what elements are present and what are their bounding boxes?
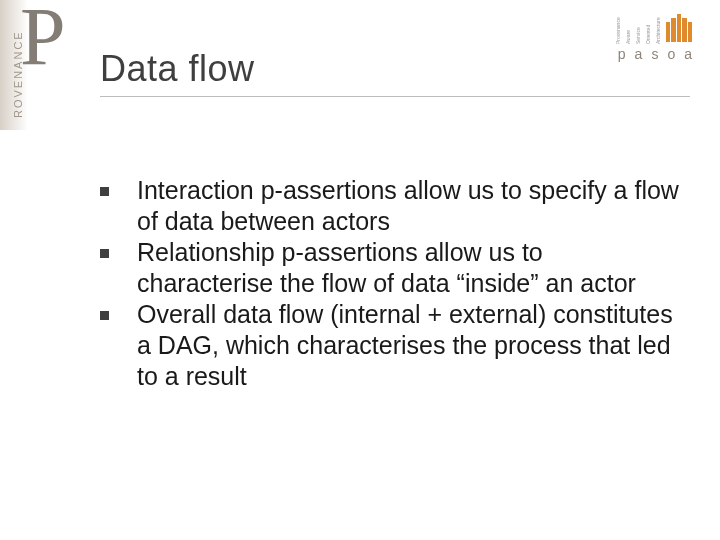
logo-letter-p: P xyxy=(20,0,66,84)
pasoa-bars-icon xyxy=(666,14,692,44)
pasoa-word: Aware xyxy=(626,16,631,44)
bullet-text: Relationship p-assertions allow us to ch… xyxy=(137,237,680,299)
bullet-text: Interaction p-assertions allow us to spe… xyxy=(137,175,680,237)
pasoa-word: Service xyxy=(636,16,641,44)
pasoa-word: Architecture xyxy=(656,16,661,44)
heading-region: Data flow xyxy=(100,48,690,97)
pasoa-word: Oriented xyxy=(646,16,651,44)
bullet-icon xyxy=(100,311,109,320)
list-item: Interaction p-assertions allow us to spe… xyxy=(100,175,680,237)
bullet-list: Interaction p-assertions allow us to spe… xyxy=(100,175,680,392)
list-item: Overall data flow (internal + external) … xyxy=(100,299,680,392)
heading-rule xyxy=(100,96,690,97)
pasoa-words: Provenance Aware Service Oriented Archit… xyxy=(615,16,662,44)
pasoa-word: Provenance xyxy=(616,16,621,44)
bullet-icon xyxy=(100,249,109,258)
bullet-text: Overall data flow (internal + external) … xyxy=(137,299,680,392)
bullet-icon xyxy=(100,187,109,196)
page-title: Data flow xyxy=(100,48,690,90)
list-item: Relationship p-assertions allow us to ch… xyxy=(100,237,680,299)
provenance-logo: ROVENANCE P xyxy=(0,0,65,130)
